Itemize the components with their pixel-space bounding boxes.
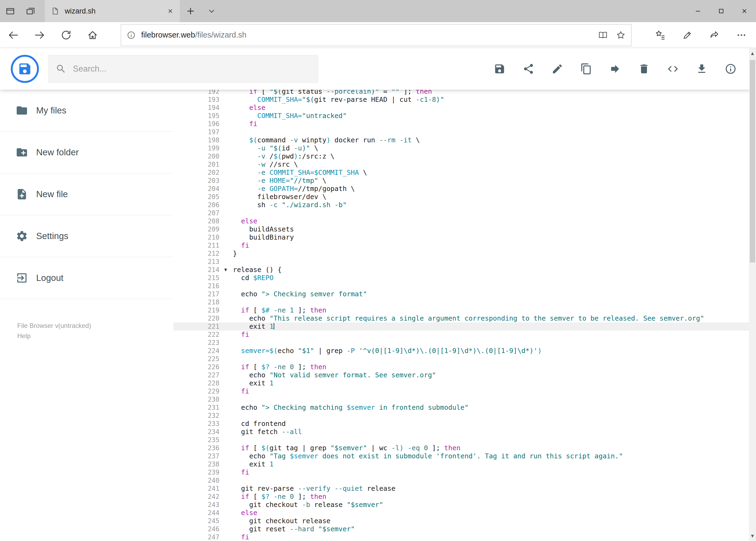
sidebar-item-settings[interactable]: Settings [0, 215, 173, 257]
code-line[interactable]: 225 [173, 355, 749, 363]
code-line[interactable]: 212} [173, 250, 749, 258]
page-info-icon[interactable] [126, 31, 136, 40]
code-line[interactable]: 222 fi [173, 330, 749, 339]
sidebar-item-new-file[interactable]: New file [0, 174, 173, 215]
app-logo[interactable] [11, 55, 39, 83]
set-aside-tabs-button[interactable] [20, 0, 41, 22]
code-line[interactable]: 224 semver=$(echo "$1" | grep -P '^v(0|[… [173, 347, 749, 355]
close-window-button[interactable] [733, 0, 756, 22]
code-line[interactable]: 236 if [ $(git tag | grep "$semver" | wc… [173, 444, 749, 452]
code-line[interactable]: 214▾release () { [173, 266, 749, 274]
scroll-up-arrow-icon[interactable]: ▲ [749, 49, 756, 58]
code-line[interactable]: 241 git rev-parse --verify --quiet relea… [173, 485, 749, 493]
code-line[interactable]: 216 [173, 282, 749, 290]
code-line[interactable]: 195 COMMIT_SHA="untracked" [173, 112, 749, 120]
help-link[interactable]: Help [17, 331, 173, 341]
web-note-button[interactable] [674, 22, 701, 48]
add-favorite-star-icon[interactable] [616, 30, 626, 40]
code-line[interactable]: 203 -e HOME="//tmp" \ [173, 177, 749, 185]
code-line[interactable]: 202 -e COMMIT_SHA=$COMMIT_SHA \ [173, 169, 749, 177]
new-tab-button[interactable] [180, 0, 201, 22]
copy-button[interactable] [580, 63, 592, 75]
delete-button[interactable] [638, 63, 650, 75]
code-line[interactable]: 233 cd frontend [173, 420, 749, 428]
code-line[interactable]: 215 cd $REPO [173, 274, 749, 282]
code-line[interactable]: 230 [173, 395, 749, 403]
code-line[interactable]: 196 fi [173, 120, 749, 128]
code-line[interactable]: 229 fi [173, 387, 749, 395]
code-line[interactable]: 211 fi [173, 242, 749, 250]
sidebar-item-my-files[interactable]: My files [0, 90, 173, 132]
code-line[interactable]: 237 echo "Tag $semver does not exist in … [173, 452, 749, 460]
raw-code-button[interactable] [667, 63, 679, 75]
code-line[interactable]: 218 [173, 298, 749, 306]
code-line[interactable]: 232 [173, 412, 749, 420]
home-button[interactable] [79, 22, 106, 48]
code-line[interactable]: 200 -v /$(pwd):/src:z \ [173, 152, 749, 161]
code-line[interactable]: 240 [173, 476, 749, 485]
code-line[interactable]: 243 git checkout -b release "$semver" [173, 501, 749, 509]
maximize-button[interactable] [710, 0, 733, 22]
code-line[interactable]: 244 else [173, 509, 749, 517]
code-line[interactable]: 246 git reset --hard "$semver" [173, 525, 749, 533]
favorites-hub-button[interactable] [647, 22, 674, 48]
code-line[interactable]: 221 exit 1 [173, 322, 749, 330]
refresh-button[interactable] [53, 22, 79, 48]
search-input[interactable] [73, 64, 311, 74]
code-line[interactable]: 219 if [ $# -ne 1 ]; then [173, 306, 749, 314]
code-line[interactable]: 235 [173, 436, 749, 444]
move-button[interactable] [609, 63, 621, 75]
code-line[interactable]: 193 COMMIT_SHA="$(git rev-parse HEAD | c… [173, 96, 749, 104]
reading-view-icon[interactable] [598, 30, 608, 40]
tab-list-button[interactable] [201, 0, 222, 22]
code-line[interactable]: 210 buildBinary [173, 234, 749, 242]
share-button[interactable] [701, 22, 728, 48]
code-line[interactable]: 231 echo "> Checking matching $semver in… [173, 403, 749, 412]
save-button[interactable] [494, 63, 506, 75]
minimize-button[interactable] [686, 0, 710, 22]
code-line[interactable]: 204 -e GOPATH=//tmp/gopath \ [173, 185, 749, 193]
share-file-button[interactable] [523, 63, 534, 75]
fold-arrow-icon[interactable]: ▾ [224, 266, 227, 273]
code-line[interactable]: 197 [173, 128, 749, 136]
code-line[interactable]: 223 [173, 339, 749, 347]
code-line[interactable]: 208 else [173, 217, 749, 225]
code-line[interactable]: 209 buildAssets [173, 225, 749, 234]
sidebar-item-logout[interactable]: Logout [0, 257, 173, 299]
code-line[interactable]: 206 sh -c "./wizard.sh -b" [173, 201, 749, 209]
address-bar[interactable]: filebrowser.web/files/wizard.sh [121, 24, 631, 46]
code-line[interactable]: 194 else [173, 104, 749, 112]
search-box[interactable] [48, 55, 318, 83]
back-button[interactable] [0, 22, 26, 48]
code-editor[interactable]: 192 if [ "$(git status --porcelain)" = "… [173, 90, 749, 541]
code-line[interactable]: 239 fi [173, 468, 749, 476]
code-line[interactable]: 227 echo "Not valid semver format. See s… [173, 371, 749, 379]
code-line[interactable]: 205 filebrowser/dev \ [173, 193, 749, 201]
code-line[interactable]: 238 exit 1 [173, 460, 749, 468]
scroll-down-arrow-icon[interactable]: ▼ [749, 531, 756, 540]
code-line[interactable]: 192 if [ "$(git status --porcelain)" = "… [173, 90, 749, 96]
sidebar-item-new-folder[interactable]: New folder [0, 132, 173, 174]
more-options-button[interactable] [728, 22, 755, 48]
tab-close-icon[interactable] [167, 8, 174, 15]
code-line[interactable]: 207 [173, 209, 749, 217]
code-line[interactable]: 198 $(command -v winpty) docker run --rm… [173, 136, 749, 144]
code-line[interactable]: 234 git fetch --all [173, 428, 749, 436]
code-line[interactable]: 226 if [ $? -ne 0 ]; then [173, 363, 749, 371]
tab-preview-button[interactable] [0, 0, 20, 22]
code-line[interactable]: 220 echo "This release script requires a… [173, 314, 749, 322]
code-line[interactable]: 245 git checkout release [173, 517, 749, 525]
code-line[interactable]: 228 exit 1 [173, 379, 749, 387]
code-line[interactable]: 242 if [ $? -ne 0 ]; then [173, 493, 749, 501]
rename-button[interactable] [551, 63, 563, 75]
forward-button[interactable] [26, 22, 53, 48]
code-line[interactable]: 247 fi [173, 533, 749, 541]
code-line[interactable]: 213 [173, 258, 749, 266]
scrollbar-thumb[interactable] [750, 60, 755, 263]
code-line[interactable]: 217 echo "> Checking semver format" [173, 290, 749, 298]
download-button[interactable] [696, 63, 708, 75]
info-button[interactable] [725, 63, 737, 75]
code-line[interactable]: 199 -u "$(id -u)" \ [173, 144, 749, 152]
page-scrollbar[interactable]: ▲ ▼ [749, 48, 756, 541]
browser-tab[interactable]: wizard.sh [45, 0, 180, 22]
